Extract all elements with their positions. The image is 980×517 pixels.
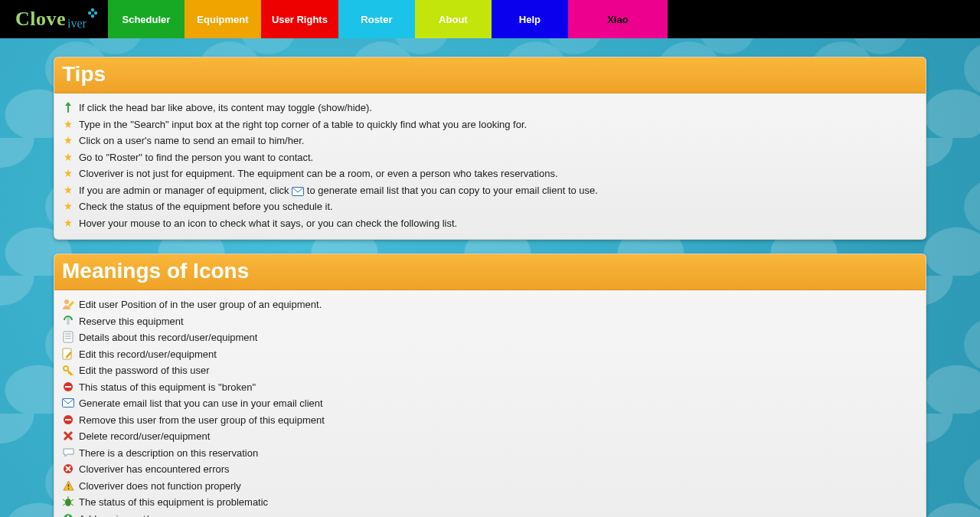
meaning-text: Delete record/user/equipment: [79, 429, 210, 444]
tip-text: Click on a user's name to send an email …: [79, 133, 304, 149]
tip-text: If you are admin or manager of equipment…: [79, 183, 598, 198]
nav-about[interactable]: About: [415, 0, 492, 38]
bullet-star-icon: [62, 134, 74, 146]
tip-text: Type in the "Search" input box at the ri…: [79, 117, 527, 133]
meaning-text: Remove this user from the user group of …: [79, 413, 325, 428]
meaning-text: Cloveriver has encountered errors: [79, 462, 230, 477]
svg-marker-5: [64, 136, 72, 144]
meaning-text: Edit user Position of in the user group …: [79, 297, 322, 312]
meaning-text: Reserve this equipment: [79, 314, 184, 329]
svg-rect-24: [65, 419, 71, 420]
mail-icon: [62, 397, 74, 409]
tips-title[interactable]: Tips: [54, 57, 926, 93]
logo[interactable]: Clove iver: [0, 0, 108, 38]
svg-point-2: [91, 15, 94, 18]
logo-name: Clove: [15, 8, 66, 31]
content: Tips If click the head bar like above, i…: [54, 57, 926, 517]
meaning-text: Add equipment/a user: [79, 512, 176, 518]
key-icon: [62, 364, 74, 376]
error-icon: [62, 463, 74, 475]
add-icon: [62, 512, 74, 518]
svg-rect-26: [67, 484, 69, 487]
tip-text: Hover your mouse to an icon to check wha…: [79, 216, 457, 231]
meaning-text: This status of this equipment is "broken…: [79, 380, 256, 395]
svg-marker-10: [64, 202, 72, 210]
meaning-text: Generate email list that you can use in …: [79, 396, 323, 411]
tips-body: If click the head bar like above, its co…: [54, 93, 926, 239]
nav-user[interactable]: Xiao: [568, 0, 668, 38]
comment-icon: [62, 447, 74, 459]
svg-rect-27: [67, 488, 69, 489]
tip-text: If click the head bar like above, its co…: [79, 100, 372, 116]
svg-marker-4: [64, 120, 72, 128]
broken-icon: [62, 381, 74, 393]
nav-scheduler[interactable]: Scheduler: [108, 0, 185, 38]
svg-marker-8: [64, 186, 72, 194]
svg-point-0: [91, 8, 94, 11]
bullet-star-icon: [62, 151, 74, 163]
meaning-text: Edit this record/user/equipment: [79, 347, 217, 362]
svg-rect-13: [67, 317, 70, 325]
warning-icon: [62, 479, 74, 492]
reserve-icon: [62, 315, 74, 327]
svg-point-12: [64, 299, 69, 304]
tip-text: Go to "Roster" to find the person you wa…: [79, 150, 313, 165]
mail-icon: [292, 187, 304, 198]
nav-equipment[interactable]: Equipment: [185, 0, 261, 38]
clover-icon: [87, 8, 98, 18]
nav-roster[interactable]: Roster: [338, 0, 415, 38]
bullet-star-icon: [62, 167, 74, 179]
svg-rect-14: [64, 332, 73, 342]
user-edit-icon: [62, 298, 74, 310]
meaning-text: Edit the password of this user: [79, 363, 210, 378]
svg-marker-6: [64, 153, 72, 161]
meaning-text: Cloveriver does not function properly: [79, 479, 241, 494]
nav-user-rights[interactable]: User Rights: [261, 0, 338, 38]
bullet-star-icon: [62, 217, 74, 229]
tip-text: Cloveriver is not just for equipment. Th…: [79, 166, 558, 182]
tip-text: Check the status of the equipment before…: [79, 199, 333, 214]
meaning-text: The status of this equipment is problema…: [79, 495, 268, 510]
bug-icon: [62, 496, 74, 508]
svg-marker-11: [64, 219, 72, 227]
bullet-star-icon: [62, 118, 74, 130]
meaning-text: Details about this record/user/equipment: [79, 330, 257, 345]
meaning-text: There is a description on this reservati…: [79, 446, 258, 461]
meanings-title[interactable]: Meanings of Icons: [54, 254, 926, 290]
navbar: Clove iver Scheduler Equipment User Righ…: [0, 0, 980, 38]
meanings-body: Edit user Position of in the user group …: [54, 290, 926, 517]
edit-icon: [62, 348, 74, 360]
svg-rect-21: [65, 386, 71, 388]
arrow-up-icon: [62, 101, 74, 113]
bullet-star-icon: [62, 200, 74, 212]
svg-point-28: [65, 499, 71, 506]
meanings-panel: Meanings of Icons Edit user Position of …: [54, 254, 926, 517]
svg-point-3: [88, 11, 91, 15]
svg-point-1: [94, 11, 97, 15]
svg-marker-7: [64, 169, 72, 177]
details-icon: [62, 331, 74, 343]
delete-icon: [62, 430, 74, 442]
bullet-star-icon: [62, 184, 74, 196]
tips-panel: Tips If click the head bar like above, i…: [54, 57, 926, 240]
nav-help[interactable]: Help: [492, 0, 568, 38]
remove-user-icon: [62, 414, 74, 426]
logo-suffix: iver: [67, 17, 87, 31]
